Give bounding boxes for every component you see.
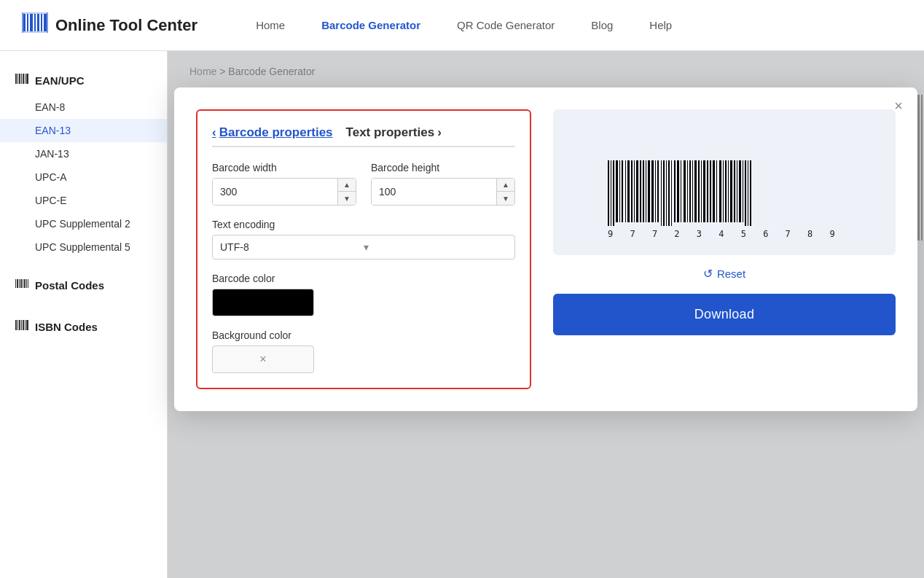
svg-rect-55 [671,160,672,226]
sidebar-item-upc-supp5[interactable]: UPC Supplemental 5 [0,235,167,259]
text-encoding-label: Text encoding [212,219,515,230]
barcode-color-swatch[interactable] [212,289,314,316]
svg-rect-75 [730,160,732,222]
svg-rect-62 [692,160,693,222]
nav-home[interactable]: Home [256,19,285,31]
svg-rect-77 [737,160,737,222]
sidebar-section-postal-label: Postal Codes [35,279,104,292]
svg-rect-78 [739,160,741,222]
svg-rect-22 [23,279,23,288]
barcode-height-down[interactable]: ▼ [497,192,514,205]
svg-rect-25 [28,279,28,288]
modal-close-button[interactable]: × [894,98,903,113]
background-color-clear[interactable]: × [212,345,314,373]
svg-rect-36 [616,160,618,222]
background-color-group: Background color × [212,329,515,373]
reset-button[interactable]: ↺ Reset [553,267,896,281]
svg-rect-24 [26,279,27,288]
nav-qr-code[interactable]: QR Code Generator [457,19,555,31]
svg-rect-40 [627,160,630,222]
tab-text-properties[interactable]: Text properties › [346,125,442,140]
svg-rect-26 [15,320,17,330]
svg-rect-33 [608,160,609,226]
svg-rect-57 [677,160,679,222]
sidebar-item-upc-supp2[interactable]: UPC Supplemental 2 [0,212,167,235]
svg-rect-28 [19,320,20,330]
sidebar-section-isbn-label: ISBN Codes [35,321,98,333]
text-encoding-select[interactable]: UTF-8 ▾ [212,235,515,259]
svg-rect-71 [719,160,721,222]
nav-blog[interactable]: Blog [591,19,613,31]
barcode-color-label: Barcode color [212,273,515,284]
svg-rect-80 [745,160,746,226]
svg-rect-37 [619,160,620,222]
svg-rect-82 [750,160,751,226]
barcode-width-group: Barcode width ▲ ▼ [212,162,356,206]
svg-rect-51 [661,160,662,226]
svg-rect-6 [44,14,47,31]
sidebar-section-postal: Postal Codes [0,270,167,300]
svg-rect-8 [23,31,47,33]
barcode-width-label: Barcode width [212,162,356,173]
svg-rect-3 [34,14,36,31]
barcode-width-down[interactable]: ▼ [338,192,356,205]
svg-rect-79 [743,160,743,222]
barcode-color-group: Barcode color [212,273,515,316]
barcode-height-input[interactable] [372,179,496,205]
svg-rect-14 [21,74,22,84]
svg-rect-11 [15,74,17,84]
svg-rect-67 [707,160,708,222]
barcode-width-input[interactable] [213,179,337,205]
main-nav: Home Barcode Generator QR Code Generator… [256,19,672,31]
svg-rect-39 [625,160,626,222]
barcode-width-spinner: ▲ ▼ [337,179,356,205]
svg-rect-23 [24,279,26,288]
svg-rect-10 [47,12,48,33]
svg-rect-56 [674,160,676,222]
reset-label: Reset [717,267,745,280]
svg-rect-42 [634,160,635,222]
barcode-height-group: Barcode height ▲ ▼ [371,162,515,206]
svg-rect-27 [17,320,18,330]
text-encoding-group: Text encoding UTF-8 ▾ [212,219,515,259]
barcode-icon [15,71,29,90]
svg-rect-48 [651,160,654,222]
svg-rect-50 [657,160,659,222]
svg-rect-73 [725,160,727,222]
svg-rect-66 [703,160,705,222]
svg-rect-4 [37,14,39,31]
svg-rect-7 [23,12,47,14]
svg-rect-16 [25,74,26,84]
nav-help[interactable]: Help [649,19,672,31]
svg-rect-65 [701,160,702,222]
logo-text: Online Tool Center [55,16,197,35]
barcode-width-up[interactable]: ▲ [338,179,356,192]
svg-rect-35 [613,160,614,226]
sidebar-item-upca[interactable]: UPC-A [0,165,167,189]
sidebar-item-upce[interactable]: UPC-E [0,189,167,212]
svg-rect-69 [713,160,715,222]
svg-rect-74 [728,160,729,222]
svg-rect-18 [15,279,16,288]
sidebar: EAN/UPC EAN-8 EAN-13 JAN-13 UPC-A UPC-E … [0,51,168,578]
background-color-label: Background color [212,329,515,341]
svg-rect-53 [666,160,667,226]
isbn-icon [15,318,29,336]
svg-rect-0 [23,14,26,31]
svg-rect-5 [41,14,42,31]
sidebar-item-ean8[interactable]: EAN-8 [0,95,167,119]
props-inner: ‹ Barcode properties Text properties › [212,125,515,373]
download-button[interactable]: Download [553,294,896,335]
content-area: Home > Barcode Generator × ‹ Barcode pro… [168,51,924,578]
barcode-height-up[interactable]: ▲ [497,179,514,192]
sidebar-item-ean13[interactable]: EAN-13 [0,119,167,142]
barcode-svg: 9 7 7 2 3 4 5 6 7 8 9 1 7 [600,160,848,241]
sidebar-section-isbn: ISBN Codes [0,312,167,342]
logo-icon [22,9,48,41]
tab-barcode-properties[interactable]: ‹ Barcode properties [212,125,333,140]
barcode-width-input-wrap: ▲ ▼ [212,178,356,206]
properties-panel: ‹ Barcode properties Text properties › [196,109,531,389]
sidebar-item-jan13[interactable]: JAN-13 [0,142,167,165]
svg-rect-60 [687,160,688,222]
nav-barcode-generator[interactable]: Barcode Generator [321,19,420,31]
